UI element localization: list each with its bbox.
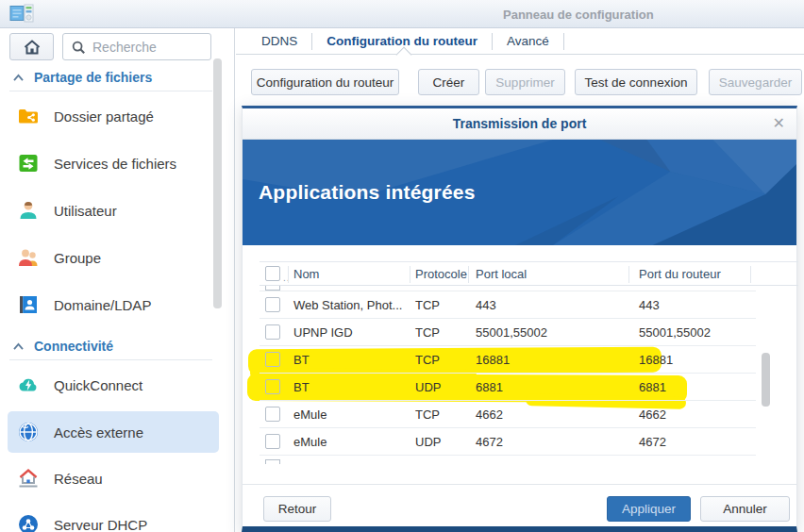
row-checkbox[interactable] [265, 324, 280, 340]
sidebar-item-group[interactable]: Groupe [0, 237, 226, 278]
control-panel-icon [9, 4, 34, 28]
user-icon [17, 199, 40, 222]
table-row-highlighted[interactable]: BT TCP 16881 16881 [260, 346, 756, 374]
sidebar-item-label: Accès externe [54, 424, 143, 441]
column-header-port-local[interactable]: Port local [476, 267, 527, 281]
cell-port-local: 443 [476, 291, 496, 319]
tab-bar: DDNS Configuration du routeur Avancé [236, 28, 804, 55]
sidebar-item-label: Dossier partagé [54, 108, 154, 125]
select-all-checkbox[interactable] [265, 266, 280, 281]
divider [628, 266, 629, 283]
table-header: .. Nom Protocole Port local Port du rout… [260, 261, 798, 286]
search-icon [71, 40, 86, 55]
sidebar: Partage de fichiers Dossier partagé Serv… [0, 28, 235, 532]
cell-protocole: UDP [415, 374, 441, 401]
sidebar-item-label: Serveur DHCP [54, 517, 147, 532]
cell-port-local: 16881 [476, 346, 510, 374]
sidebar-item-shared-folder[interactable]: Dossier partagé [0, 95, 226, 137]
connection-test-button[interactable]: Test de connexion [575, 69, 697, 95]
back-button[interactable]: Retour [263, 496, 331, 522]
port-table: Web Station, Phot... TCP 443 443 UPNP IG… [260, 291, 756, 456]
divider [410, 266, 410, 283]
sidebar-item-label: Réseau [54, 471, 103, 487]
sidebar-item-dhcp-server[interactable]: Serveur DHCP [0, 504, 226, 532]
table-row-highlighted[interactable]: BT UDP 6881 6881 [260, 374, 756, 401]
tab-ddns[interactable]: DDNS [247, 28, 311, 55]
sidebar-item-network[interactable]: Réseau [0, 457, 226, 499]
sidebar-item-file-services[interactable]: Services de fichiers [0, 142, 226, 184]
cell-port-routeur: 443 [639, 291, 660, 319]
sidebar-item-label: Services de fichiers [54, 156, 176, 172]
column-header-nom[interactable]: Nom [293, 267, 319, 281]
row-checkbox[interactable] [265, 297, 280, 312]
sidebar-item-domain-ldap[interactable]: Domaine/LDAP [0, 284, 226, 325]
cell-port-local: 4672 [476, 428, 503, 456]
partially-visible-row-checkbox [265, 459, 280, 464]
sidebar-section-connectivity[interactable]: Connectivité [12, 338, 113, 355]
cell-nom: eMule [293, 428, 327, 456]
table-row[interactable]: eMule UDP 4672 4672 [260, 428, 756, 456]
create-button[interactable]: Créer [418, 69, 479, 95]
sidebar-scrollbar-thumb[interactable] [213, 58, 222, 308]
dhcp-server-icon [17, 513, 40, 532]
close-icon[interactable]: ✕ [773, 115, 785, 132]
banner-title: Applications intégrées [259, 181, 476, 204]
external-access-icon [17, 421, 40, 443]
save-button[interactable]: Sauvegarder [709, 69, 802, 95]
chevron-up-icon [12, 74, 25, 82]
apply-button[interactable]: Appliquer [607, 496, 691, 522]
sidebar-item-label: Domaine/LDAP [54, 297, 151, 313]
cell-port-local: 4662 [476, 401, 503, 428]
search-box[interactable] [62, 33, 211, 60]
column-resize-grip[interactable]: .. [283, 273, 291, 283]
quickconnect-icon [17, 374, 40, 396]
group-icon [17, 246, 40, 269]
home-icon [23, 39, 42, 56]
shared-folder-icon [17, 105, 40, 127]
cancel-button[interactable]: Annuler [700, 496, 790, 522]
cell-protocole: UDP [415, 428, 441, 456]
table-scrollbar-thumb[interactable] [762, 353, 770, 407]
chevron-up-icon [12, 342, 25, 351]
sidebar-item-label: Utilisateur [54, 203, 117, 219]
cell-port-local: 6881 [476, 374, 503, 401]
divider [288, 266, 289, 283]
sidebar-item-label: QuickConnect [54, 377, 142, 393]
sidebar-item-external-access[interactable]: Accès externe [8, 411, 219, 453]
sidebar-section-file-sharing[interactable]: Partage de fichiers [12, 69, 152, 86]
dialog-content: .. Nom Protocole Port local Port du rout… [243, 245, 796, 525]
cell-nom: UPNP IGD [293, 319, 353, 346]
delete-button[interactable]: Supprimer [485, 69, 565, 95]
cell-nom: eMule [293, 401, 327, 428]
cell-nom: Web Station, Phot... [293, 291, 402, 319]
search-input[interactable] [92, 40, 196, 55]
table-row[interactable]: eMule TCP 4662 4662 [260, 401, 756, 428]
cell-port-routeur: 6881 [639, 374, 666, 401]
port-forwarding-dialog: Transmission de port ✕ Applications inté… [242, 106, 797, 532]
column-header-port-routeur[interactable]: Port du routeur [639, 267, 721, 281]
home-button[interactable] [9, 33, 54, 60]
cell-port-routeur: 4672 [639, 428, 666, 456]
router-configuration-button[interactable]: Configuration du routeur [251, 69, 399, 95]
window-titlebar: Panneau de configuration [0, 0, 804, 28]
row-checkbox[interactable] [265, 434, 280, 449]
divider [563, 33, 564, 50]
sidebar-item-quickconnect[interactable]: QuickConnect [0, 364, 226, 406]
file-services-icon [17, 152, 40, 175]
cell-nom: BT [293, 346, 310, 374]
row-checkbox[interactable] [265, 352, 280, 367]
row-checkbox[interactable] [265, 379, 280, 394]
section-label: Partage de fichiers [34, 70, 152, 85]
row-checkbox [265, 286, 280, 291]
column-header-protocole[interactable]: Protocole [415, 267, 467, 281]
table-row[interactable]: UPNP IGD TCP 55001,55002 55001,55002 [260, 319, 756, 346]
sidebar-item-user[interactable]: Utilisateur [0, 190, 226, 231]
cell-port-routeur: 4662 [639, 401, 666, 428]
table-row[interactable]: Web Station, Phot... TCP 443 443 [260, 291, 756, 319]
tab-advanced[interactable]: Avancé [493, 28, 563, 55]
dialog-title: Transmission de port [243, 108, 796, 140]
cell-port-routeur: 16881 [639, 346, 673, 374]
cell-protocole: TCP [415, 291, 440, 319]
sidebar-item-label: Groupe [54, 250, 101, 266]
row-checkbox[interactable] [265, 407, 280, 422]
